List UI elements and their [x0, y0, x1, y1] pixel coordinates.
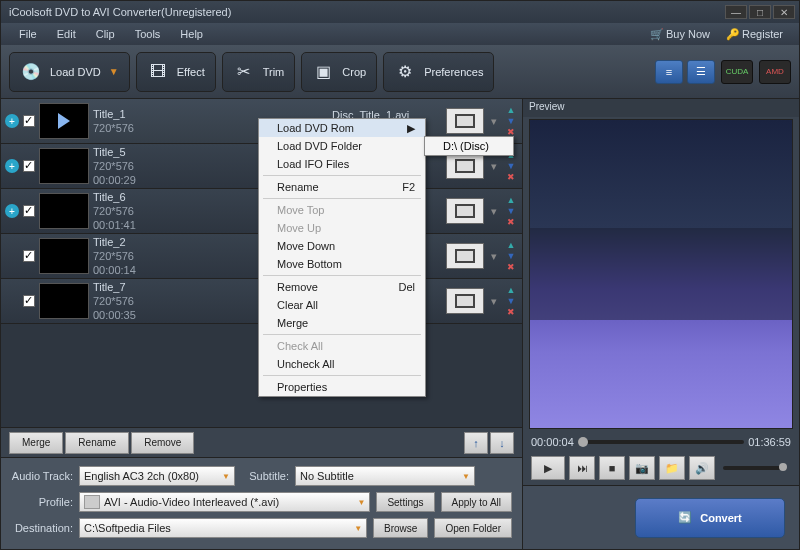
move-down-icon[interactable]: ▼ [505, 251, 517, 261]
expand-icon[interactable]: + [5, 114, 19, 128]
open-folder-button[interactable]: Open Folder [434, 518, 512, 538]
next-frame-button[interactable]: ⏭ [569, 456, 595, 480]
ctx-merge[interactable]: Merge [259, 314, 425, 332]
format-button[interactable] [446, 288, 484, 314]
thumbnail[interactable] [39, 283, 89, 319]
ctx-remove[interactable]: RemoveDel [259, 278, 425, 296]
subtitle-combo[interactable]: No Subtitle [295, 466, 475, 486]
maximize-button[interactable]: □ [749, 5, 771, 19]
destination-field[interactable]: C:\Softpedia Files [79, 518, 367, 538]
trim-button[interactable]: ✂Trim [222, 52, 296, 92]
ctx-move-top: Move Top [259, 201, 425, 219]
rename-button[interactable]: Rename [65, 432, 129, 454]
ctx-load-dvd-folder[interactable]: Load DVD Folder [259, 137, 425, 155]
expand-icon[interactable]: + [5, 204, 19, 218]
view-list-button[interactable]: ☰ [687, 60, 715, 84]
view-thumb-button[interactable]: ≡ [655, 60, 683, 84]
volume-slider[interactable] [723, 466, 787, 470]
move-up-icon[interactable]: ▲ [505, 105, 517, 115]
preferences-button[interactable]: ⚙Preferences [383, 52, 494, 92]
context-menu: Load DVD Rom▶ Load DVD Folder Load IFO F… [258, 118, 426, 397]
play-button[interactable]: ▶ [531, 456, 565, 480]
ctx-clear-all[interactable]: Clear All [259, 296, 425, 314]
chevron-down-icon[interactable]: ▾ [488, 115, 500, 128]
svg-rect-9 [457, 296, 473, 306]
move-up-icon[interactable]: ▲ [505, 285, 517, 295]
chevron-down-icon[interactable]: ▾ [488, 160, 500, 173]
snapshot-folder-button[interactable]: 📁 [659, 456, 685, 480]
menu-file[interactable]: File [9, 28, 47, 40]
ctx-check-all: Check All [259, 337, 425, 355]
chevron-down-icon[interactable]: ▾ [488, 250, 500, 263]
move-down-icon[interactable]: ▼ [505, 206, 517, 216]
profile-combo[interactable]: AVI - Audio-Video Interleaved (*.avi) [79, 492, 370, 512]
settings-button[interactable]: Settings [376, 492, 434, 512]
ctx-rename[interactable]: RenameF2 [259, 178, 425, 196]
chevron-down-icon[interactable]: ▾ [488, 295, 500, 308]
ctx-move-down[interactable]: Move Down [259, 237, 425, 255]
checkbox[interactable] [23, 295, 35, 307]
snapshot-button[interactable]: 📷 [629, 456, 655, 480]
ctx-load-dvd-rom[interactable]: Load DVD Rom▶ [259, 119, 425, 137]
remove-icon[interactable]: ✖ [505, 307, 517, 317]
expand-icon[interactable]: + [5, 159, 19, 173]
menu-help[interactable]: Help [170, 28, 213, 40]
destination-label: Destination: [11, 522, 73, 534]
checkbox[interactable] [23, 250, 35, 262]
chevron-down-icon[interactable]: ▼ [109, 66, 119, 77]
checkbox[interactable] [23, 205, 35, 217]
settings-form: Audio Track: English AC3 2ch (0x80) Subt… [1, 457, 522, 549]
time-current: 00:00:04 [531, 436, 574, 448]
remove-icon[interactable]: ✖ [505, 217, 517, 227]
minimize-button[interactable]: — [725, 5, 747, 19]
merge-button[interactable]: Merge [9, 432, 63, 454]
thumbnail[interactable] [39, 148, 89, 184]
thumbnail[interactable] [39, 238, 89, 274]
remove-icon[interactable]: ✖ [505, 262, 517, 272]
move-down-icon[interactable]: ▼ [505, 296, 517, 306]
ctx-move-bottom[interactable]: Move Bottom [259, 255, 425, 273]
format-button[interactable] [446, 243, 484, 269]
convert-button[interactable]: 🔄 Convert [635, 498, 785, 538]
time-total: 01:36:59 [748, 436, 791, 448]
format-button[interactable] [446, 153, 484, 179]
thumbnail[interactable] [39, 103, 89, 139]
browse-button[interactable]: Browse [373, 518, 428, 538]
format-button[interactable] [446, 108, 484, 134]
close-button[interactable]: ✕ [773, 5, 795, 19]
remove-button[interactable]: Remove [131, 432, 194, 454]
ctx-drive-item[interactable]: D:\ (Disc) [425, 137, 513, 155]
seek-slider[interactable] [578, 440, 744, 444]
move-down-icon[interactable]: ▼ [505, 161, 517, 171]
profile-label: Profile: [11, 496, 73, 508]
checkbox[interactable] [23, 160, 35, 172]
crop-button[interactable]: ▣Crop [301, 52, 377, 92]
format-button[interactable] [446, 198, 484, 224]
menu-clip[interactable]: Clip [86, 28, 125, 40]
menu-tools[interactable]: Tools [125, 28, 171, 40]
move-down-icon[interactable]: ▼ [505, 116, 517, 126]
crop-icon: ▣ [312, 61, 334, 83]
window-title: iCoolsoft DVD to AVI Converter(Unregiste… [5, 6, 723, 18]
ctx-properties[interactable]: Properties [259, 378, 425, 396]
load-dvd-button[interactable]: 💿 Load DVD ▼ [9, 52, 130, 92]
preview-label: Preview [523, 99, 799, 117]
effect-button[interactable]: 🎞Effect [136, 52, 216, 92]
ctx-load-ifo[interactable]: Load IFO Files [259, 155, 425, 173]
stop-button[interactable]: ■ [599, 456, 625, 480]
move-up-icon[interactable]: ▲ [505, 195, 517, 205]
thumbnail[interactable] [39, 193, 89, 229]
audio-track-combo[interactable]: English AC3 2ch (0x80) [79, 466, 235, 486]
buy-now-link[interactable]: 🛒Buy Now [642, 28, 718, 40]
ctx-uncheck-all[interactable]: Uncheck All [259, 355, 425, 373]
chevron-down-icon[interactable]: ▾ [488, 205, 500, 218]
move-up-button[interactable]: ↑ [464, 432, 488, 454]
move-up-icon[interactable]: ▲ [505, 240, 517, 250]
menu-edit[interactable]: Edit [47, 28, 86, 40]
remove-icon[interactable]: ✖ [505, 172, 517, 182]
move-down-button[interactable]: ↓ [490, 432, 514, 454]
checkbox[interactable] [23, 115, 35, 127]
volume-icon[interactable]: 🔊 [689, 456, 715, 480]
apply-all-button[interactable]: Apply to All [441, 492, 512, 512]
register-link[interactable]: 🔑Register [718, 28, 791, 40]
